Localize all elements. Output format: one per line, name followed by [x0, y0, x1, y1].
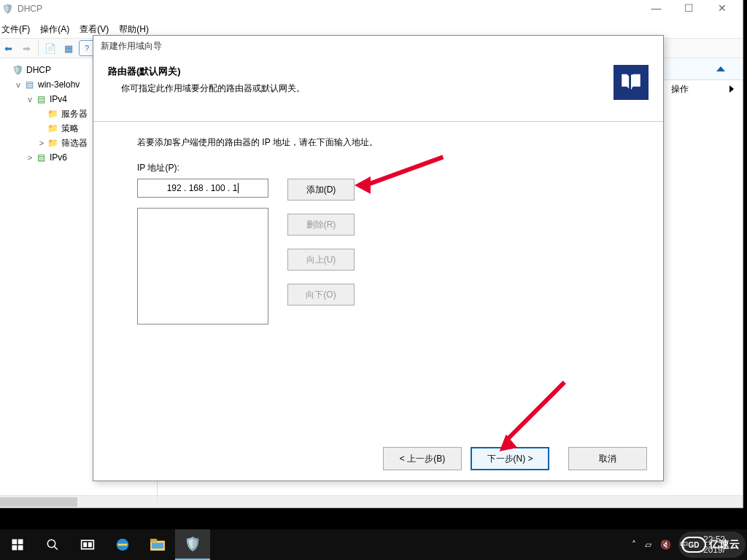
wizard-subheading: 你可指定此作用域要分配的路由器或默认网关。	[108, 82, 305, 95]
ip-address-label: IP 地址(P):	[137, 162, 619, 174]
ip-address-input[interactable]: 192 . 168 . 100 . 1	[137, 179, 268, 198]
wizard-footer: < 上一步(B) 下一步(N) > 取消	[93, 437, 663, 481]
wizard-heading: 路由器(默认网关)	[108, 65, 305, 78]
ip-address-listbox[interactable]	[137, 208, 268, 324]
close-button[interactable]: ✕	[705, 0, 738, 19]
maximize-button[interactable]: ☐	[673, 0, 705, 19]
svg-rect-0	[12, 540, 18, 545]
search-icon[interactable]	[35, 529, 70, 560]
window-controls: — ☐ ✕	[640, 0, 738, 20]
collapse-up-icon[interactable]	[716, 66, 725, 71]
svg-rect-12	[152, 542, 163, 548]
svg-rect-7	[84, 543, 86, 547]
wizard-header: 路由器(默认网关) 你可指定此作用域要分配的路由器或默认网关。	[93, 56, 663, 122]
wizard-body: 若要添加客户端使用的路由器的 IP 地址，请在下面输入地址。 IP 地址(P):…	[93, 122, 663, 435]
horizontal-scrollbar[interactable]	[0, 495, 743, 508]
watermark: GD 亿速云	[678, 532, 746, 558]
svg-rect-1	[18, 540, 23, 545]
next-button[interactable]: 下一步(N) >	[471, 447, 549, 470]
tray-volume-icon[interactable]: 🔇	[660, 540, 671, 550]
svg-point-4	[47, 540, 55, 548]
start-button[interactable]	[0, 529, 35, 560]
forward-icon[interactable]: ➡	[18, 40, 34, 56]
actions-pane: 操作	[662, 80, 743, 98]
menu-action[interactable]: 操作(A)	[40, 23, 69, 36]
svg-rect-3	[18, 545, 23, 551]
wizard-title: 新建作用域向导	[101, 40, 162, 52]
ie-icon[interactable]	[105, 529, 140, 560]
menu-file[interactable]: 文件(F)	[1, 23, 30, 36]
window-title: DHCP	[18, 4, 42, 14]
wizard-instruction: 若要添加客户端使用的路由器的 IP 地址，请在下面输入地址。	[137, 136, 619, 149]
minimize-button[interactable]: —	[640, 0, 673, 19]
wizard-titlebar: 新建作用域向导	[93, 36, 663, 56]
taskbar: 🛡️ ˄ ▱ 🔇 中 22:52 2019/	[0, 529, 747, 560]
wizard-banner-icon	[614, 65, 649, 100]
svg-line-5	[54, 546, 58, 550]
titlebar: 🛡️ DHCP — ☐ ✕	[0, 0, 743, 20]
tray-up-icon[interactable]: ˄	[632, 540, 636, 550]
new-icon[interactable]: 📄	[42, 40, 58, 56]
cloud-icon: GD	[681, 537, 706, 553]
dhcp-task-icon[interactable]: 🛡️	[175, 529, 210, 560]
remove-button: 删除(R)	[287, 214, 355, 236]
move-up-button: 向上(U)	[287, 249, 355, 271]
tray-network-icon[interactable]: ▱	[645, 540, 651, 550]
menu-help[interactable]: 帮助(H)	[119, 23, 149, 36]
back-icon[interactable]: ⬅	[0, 40, 16, 56]
svg-rect-2	[12, 545, 18, 551]
cancel-button[interactable]: 取消	[568, 447, 647, 470]
svg-rect-11	[150, 539, 157, 542]
svg-rect-8	[89, 543, 91, 547]
dhcp-app-icon: 🛡️	[1, 3, 13, 15]
back-button[interactable]: < 上一步(B)	[383, 447, 462, 470]
file-explorer-icon[interactable]	[140, 529, 175, 560]
actions-row[interactable]: 操作	[662, 80, 743, 98]
new-scope-wizard-dialog: 新建作用域向导 路由器(默认网关) 你可指定此作用域要分配的路由器或默认网关。 …	[93, 35, 664, 481]
view-icon[interactable]: ▦	[61, 40, 77, 56]
add-button[interactable]: 添加(D)	[287, 179, 355, 201]
task-view-icon[interactable]	[70, 529, 105, 560]
move-down-button: 向下(O)	[287, 284, 355, 306]
menu-view[interactable]: 查看(V)	[80, 23, 109, 36]
